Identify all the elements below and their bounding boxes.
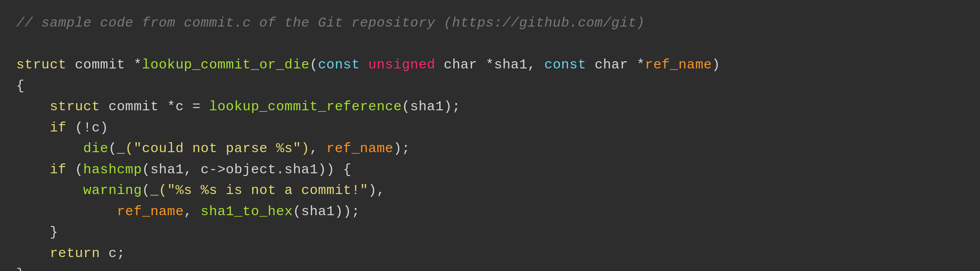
function-signature: struct commit *lookup_commit_or_die(cons…: [16, 54, 964, 76]
blank-line: [16, 34, 964, 55]
line-return: return c;: [16, 243, 964, 264]
line-die: die(_("could not parse %s"), ref_name);: [16, 138, 964, 159]
open-brace: {: [16, 76, 964, 97]
line-ref-name: ref_name, sha1_to_hex(sha1));: [16, 201, 964, 222]
line-struct: struct commit *c = lookup_commit_referen…: [16, 96, 964, 117]
comment-line: // sample code from commit.c of the Git …: [16, 13, 964, 34]
close-brace-inner: }: [16, 222, 964, 243]
close-brace-outer: }: [16, 264, 964, 271]
line-if-hashcmp: if (hashcmp(sha1, c->object.sha1)) {: [16, 159, 964, 181]
line-warning: warning(_("%s %s is not a commit!"),: [16, 180, 964, 201]
line-if-c: if (!c): [16, 117, 964, 139]
code-container: // sample code from commit.c of the Git …: [0, 0, 980, 271]
